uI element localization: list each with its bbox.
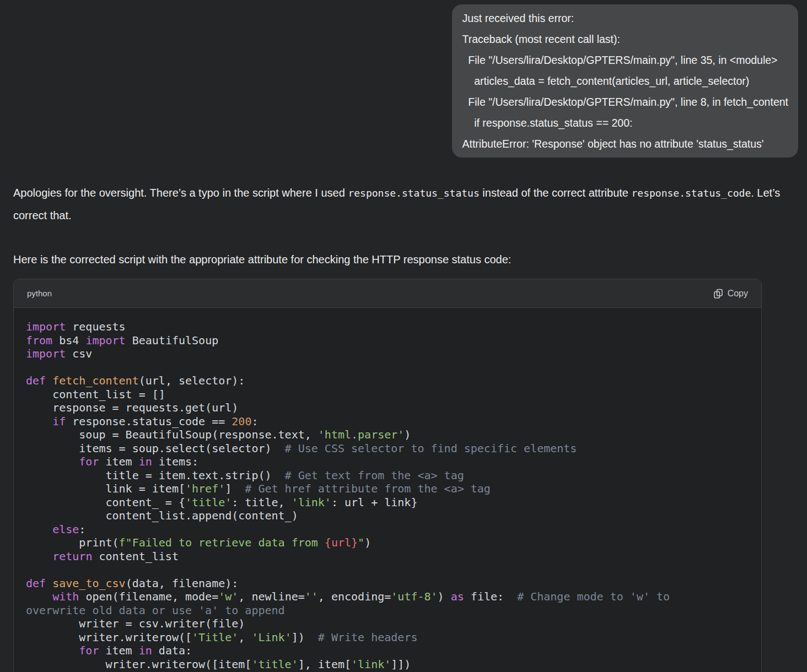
user-message-row: Just received this error: Traceback (mos… (0, 0, 807, 158)
copy-button[interactable]: Copy (708, 285, 752, 302)
copy-button-label: Copy (728, 289, 748, 299)
assistant-paragraph-1: Apologies for the oversight. There’s a t… (13, 182, 794, 226)
paragraph-text: Apologies for the oversight. There’s a t… (13, 187, 348, 199)
paragraph-text: instead of the correct attribute (480, 187, 632, 199)
chat-page: Just received this error: Traceback (mos… (0, 0, 807, 672)
assistant-paragraph-2: Here is the corrected script with the ap… (13, 248, 794, 270)
assistant-message: Apologies for the oversight. There’s a t… (0, 182, 807, 672)
user-message-text: Just received this error: Traceback (mos… (462, 8, 788, 154)
inline-code: response.status_code (632, 187, 751, 199)
code-language-label: python (27, 289, 52, 298)
code-block-header: python Copy (14, 279, 761, 308)
code-content: import requests from bs4 import Beautifu… (14, 308, 761, 672)
user-message-bubble: Just received this error: Traceback (mos… (452, 4, 798, 158)
code-block: python Copy import requests from bs4 imp… (13, 279, 762, 672)
copy-pages-icon (713, 288, 724, 299)
inline-code: response.status_status (348, 187, 479, 199)
